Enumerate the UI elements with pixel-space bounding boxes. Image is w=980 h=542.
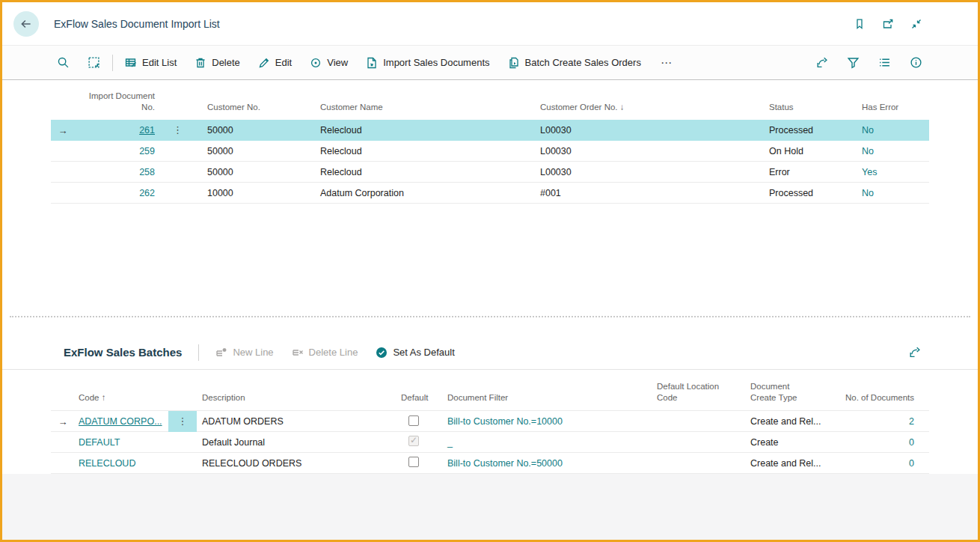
customer-order-no-cell[interactable]: #001 bbox=[534, 188, 763, 198]
page-title: ExFlow Sales Document Import List bbox=[54, 18, 220, 30]
customer-order-no-cell[interactable]: L00030 bbox=[534, 146, 763, 156]
column-status[interactable]: Status bbox=[763, 102, 856, 120]
import-list-row-selected[interactable]: → 261 ⋮ 50000 Relecloud L00030 Processed… bbox=[51, 120, 929, 141]
column-import-document-no[interactable]: Import Document No. bbox=[75, 91, 161, 120]
analyze-icon[interactable] bbox=[88, 56, 100, 69]
document-filter-link[interactable]: _ bbox=[447, 437, 453, 448]
column-customer-order-no[interactable]: Customer Order No. ↓ bbox=[534, 102, 763, 120]
row-menu-icon[interactable]: ⋮ bbox=[161, 120, 195, 141]
list-options-icon[interactable] bbox=[878, 56, 891, 69]
share-icon[interactable] bbox=[908, 346, 921, 359]
document-create-type-cell[interactable]: Create and Rel... bbox=[739, 458, 829, 469]
document-filter-link[interactable]: Bill-to Customer No.=50000 bbox=[447, 458, 563, 469]
column-customer-name[interactable]: Customer Name bbox=[311, 102, 534, 120]
no-of-documents-cell[interactable]: 0 bbox=[829, 458, 929, 469]
collapse-window-icon[interactable] bbox=[910, 18, 922, 30]
delete-button[interactable]: Delete bbox=[195, 57, 240, 69]
set-as-default-label: Set As Default bbox=[393, 347, 454, 358]
customer-name-cell[interactable]: Adatum Corporation bbox=[311, 188, 534, 198]
column-has-error[interactable]: Has Error bbox=[856, 102, 929, 120]
description-cell[interactable]: Default Journal bbox=[197, 437, 395, 448]
import-sales-documents-button[interactable]: Import Sales Documents bbox=[366, 57, 489, 69]
description-cell[interactable]: ADATUM ORDERS bbox=[197, 416, 395, 427]
no-of-documents-cell[interactable]: 0 bbox=[829, 437, 929, 448]
customer-name-cell[interactable]: Relecloud bbox=[311, 146, 534, 156]
import-list-header-row: Import Document No. Customer No. Custome… bbox=[51, 80, 929, 120]
has-error-cell[interactable]: Yes bbox=[856, 167, 929, 177]
column-document-filter[interactable]: Document Filter bbox=[432, 392, 646, 410]
page-bottom-area bbox=[2, 474, 978, 540]
trash-icon bbox=[195, 57, 206, 69]
import-list-row[interactable]: 258 50000 Relecloud L00030 Error Yes bbox=[51, 162, 929, 183]
has-error-cell[interactable]: No bbox=[856, 125, 929, 136]
import-doc-no-link[interactable]: 262 bbox=[139, 188, 155, 198]
customer-no-cell[interactable]: 50000 bbox=[195, 146, 311, 156]
batch-code-link[interactable]: DEFAULT bbox=[79, 437, 120, 448]
column-default-location-code[interactable]: Default Location Code bbox=[646, 381, 739, 410]
new-line-label: New Line bbox=[233, 347, 273, 358]
status-cell[interactable]: Processed bbox=[763, 188, 856, 198]
default-checkbox[interactable] bbox=[408, 457, 419, 467]
sort-asc-icon: ↑ bbox=[102, 393, 106, 402]
default-checkbox[interactable] bbox=[408, 436, 419, 446]
delete-line-button[interactable]: Delete Line bbox=[292, 347, 358, 359]
batches-row[interactable]: RELECLOUD RELECLOUD ORDERS Bill-to Custo… bbox=[51, 453, 929, 474]
import-doc-no-link[interactable]: 259 bbox=[139, 146, 155, 156]
edit-list-button[interactable]: Edit List bbox=[125, 57, 177, 69]
column-description[interactable]: Description bbox=[197, 392, 395, 410]
more-actions-button[interactable]: ⋯ bbox=[661, 56, 673, 70]
status-cell[interactable]: On Hold bbox=[763, 146, 856, 156]
import-list-row[interactable]: 259 50000 Relecloud L00030 On Hold No bbox=[51, 141, 929, 162]
batch-code-link[interactable]: ADATUM CORPO... bbox=[79, 416, 162, 427]
share-icon[interactable] bbox=[815, 56, 828, 69]
import-list-row[interactable]: 262 10000 Adatum Corporation #001 Proces… bbox=[51, 183, 929, 204]
selector-column-header bbox=[51, 114, 75, 120]
column-default[interactable]: Default bbox=[395, 392, 432, 410]
row-menu-icon[interactable]: ⋮ bbox=[168, 411, 197, 432]
customer-order-no-cell[interactable]: L00030 bbox=[534, 167, 763, 177]
default-checkbox[interactable] bbox=[408, 415, 419, 426]
import-list-table: Import Document No. Customer No. Custome… bbox=[51, 80, 929, 204]
customer-no-cell[interactable]: 10000 bbox=[195, 188, 311, 198]
batch-create-sales-orders-button[interactable]: Batch Create Sales Orders bbox=[508, 57, 641, 69]
column-document-create-type[interactable]: Document Create Type bbox=[739, 381, 829, 410]
no-of-documents-cell[interactable]: 2 bbox=[829, 416, 929, 427]
page-header: ExFlow Sales Document Import List bbox=[2, 2, 978, 46]
batches-row-active[interactable]: → ADATUM CORPO... ⋮ ADATUM ORDERS Bill-t… bbox=[51, 411, 929, 432]
import-doc-no-link[interactable]: 261 bbox=[139, 125, 155, 136]
open-in-new-window-icon[interactable] bbox=[882, 18, 894, 30]
info-icon[interactable] bbox=[910, 56, 922, 69]
active-row-arrow-icon: → bbox=[51, 125, 75, 136]
pencil-icon bbox=[258, 57, 270, 69]
batch-code-link[interactable]: RELECLOUD bbox=[79, 458, 135, 469]
import-doc-no-link[interactable]: 258 bbox=[139, 167, 155, 177]
filter-icon[interactable] bbox=[847, 56, 860, 69]
customer-name-cell[interactable]: Relecloud bbox=[311, 125, 534, 136]
document-create-type-cell[interactable]: Create bbox=[739, 437, 829, 448]
column-no-of-documents[interactable]: No. of Documents bbox=[829, 392, 929, 410]
customer-no-cell[interactable]: 50000 bbox=[207, 125, 233, 136]
customer-name-cell[interactable]: Relecloud bbox=[311, 167, 534, 177]
set-as-default-button[interactable]: Set As Default bbox=[376, 347, 454, 359]
search-icon[interactable] bbox=[57, 56, 70, 69]
status-cell[interactable]: Processed bbox=[763, 125, 856, 136]
customer-no-cell[interactable]: 50000 bbox=[195, 167, 311, 177]
has-error-cell[interactable]: No bbox=[856, 188, 929, 198]
bookmark-icon[interactable] bbox=[854, 18, 866, 30]
description-cell[interactable]: RELECLOUD ORDERS bbox=[197, 458, 395, 469]
edit-button[interactable]: Edit bbox=[258, 57, 292, 69]
column-customer-no[interactable]: Customer No. bbox=[195, 102, 311, 120]
back-button[interactable] bbox=[13, 11, 39, 37]
has-error-cell[interactable]: No bbox=[856, 146, 929, 156]
batch-create-sales-orders-label: Batch Create Sales Orders bbox=[525, 57, 641, 68]
status-cell[interactable]: Error bbox=[763, 167, 856, 177]
document-create-type-cell[interactable]: Create and Rel... bbox=[739, 416, 829, 427]
document-filter-link[interactable]: Bill-to Customer No.=10000 bbox=[447, 416, 563, 427]
customer-order-no-cell[interactable]: L00030 bbox=[534, 125, 763, 136]
view-button[interactable]: View bbox=[310, 57, 348, 69]
back-arrow-icon bbox=[19, 17, 33, 31]
batches-row[interactable]: DEFAULT Default Journal _ Create 0 bbox=[51, 432, 929, 453]
batch-documents-icon bbox=[508, 57, 520, 69]
column-code[interactable]: Code ↑ bbox=[75, 392, 168, 410]
new-line-button[interactable]: New Line bbox=[215, 347, 273, 359]
